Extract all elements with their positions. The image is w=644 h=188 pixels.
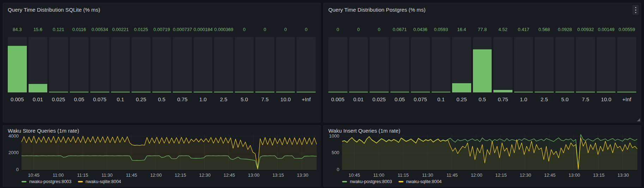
legend-item[interactable]: nwaku-postgres:8003 xyxy=(342,179,392,184)
bar-value-label: 0 xyxy=(255,27,274,32)
bar-column[interactable] xyxy=(555,37,575,92)
x-tick-label: 11:00 xyxy=(47,172,69,178)
x-tick-label: 10:45 xyxy=(343,172,366,178)
bar-fill xyxy=(194,92,213,92)
bar-fill xyxy=(235,92,254,92)
panel-query-time-sqlite: Query Time Distribution SQLite (% ms) 84… xyxy=(3,3,321,122)
bar-fill xyxy=(390,92,409,92)
bucket-label: 0.5 xyxy=(473,96,492,103)
bar-fill xyxy=(29,84,48,92)
x-tick-label: 12:00 xyxy=(465,172,488,178)
bar-column[interactable] xyxy=(390,37,409,92)
bucket-label: 0.25 xyxy=(452,96,471,103)
x-tick-label: 11:45 xyxy=(120,172,143,178)
bar-fill xyxy=(535,92,554,92)
bar-value-labels: 0000.06710.04360.059316.477.84.520.4170.… xyxy=(328,27,636,32)
bar-fill xyxy=(111,92,130,92)
legend-item[interactable]: nwaku-postgres:8003 xyxy=(22,179,72,184)
bar-column[interactable] xyxy=(29,37,48,92)
x-tick-label: 12:45 xyxy=(539,172,561,178)
bucket-label: 2.5 xyxy=(214,96,233,103)
bar-column[interactable] xyxy=(173,37,192,92)
y-tick-label: 2000 xyxy=(3,150,19,155)
bar-value-label: 0 xyxy=(370,27,389,32)
x-tick-label: 11:30 xyxy=(417,172,439,178)
x-tick-label: 10:45 xyxy=(23,172,45,178)
bucket-label: 5.0 xyxy=(555,96,575,103)
bar-value-label: 0.00149 xyxy=(597,27,616,32)
bar-column[interactable] xyxy=(297,37,316,92)
bar-value-label: 4.52 xyxy=(493,27,512,32)
bar-column[interactable] xyxy=(8,37,27,92)
bar-value-label: 0 xyxy=(328,27,347,32)
bar-column[interactable] xyxy=(49,37,68,92)
bar-column[interactable] xyxy=(514,37,533,92)
bar-value-label: 0.0671 xyxy=(390,27,409,32)
bucket-label: 0.01 xyxy=(349,96,368,103)
bar-fill xyxy=(214,92,233,92)
bar-value-label: 0.568 xyxy=(535,27,554,32)
y-tick-label: 0 xyxy=(324,167,339,172)
bucket-label: 0.025 xyxy=(49,96,68,103)
bar-column[interactable] xyxy=(90,37,109,92)
bar-column[interactable] xyxy=(152,37,171,92)
bar-column[interactable] xyxy=(617,37,636,92)
legend-series-label: nwaku-postgres:8003 xyxy=(29,179,72,184)
x-tick-label: 12:15 xyxy=(490,172,512,178)
bar-column[interactable] xyxy=(452,37,471,92)
bar-column[interactable] xyxy=(597,37,616,92)
bar-fill xyxy=(555,92,575,92)
bar-fill xyxy=(493,90,512,92)
bar-value-label: 0.0436 xyxy=(411,27,430,32)
bucket-label: 0.075 xyxy=(411,96,430,103)
bucket-label: 7.5 xyxy=(255,96,274,103)
bucket-labels: 0.0050.010.0250.050.0750.10.250.50.751.0… xyxy=(8,96,316,103)
legend-series-swatch xyxy=(78,181,83,182)
bucket-label: 0.075 xyxy=(90,96,109,103)
x-tick-label: 13:00 xyxy=(563,172,585,178)
bar-column[interactable] xyxy=(111,37,130,92)
x-tick-label: 13:00 xyxy=(242,172,265,178)
bar-column[interactable] xyxy=(349,37,368,92)
plot-area[interactable] xyxy=(342,134,637,170)
bar-value-label: 0.00221 xyxy=(111,27,130,32)
legend-series-swatch xyxy=(22,181,26,182)
bar-column[interactable] xyxy=(194,37,213,92)
bar-column[interactable] xyxy=(276,37,295,92)
x-tick-label: 13:30 xyxy=(291,172,314,178)
bar-fill xyxy=(49,92,68,92)
bucket-label: 10.0 xyxy=(597,96,616,103)
bar-fill xyxy=(370,92,389,92)
x-tick-label: 11:30 xyxy=(96,172,119,178)
bar-column[interactable] xyxy=(214,37,233,92)
bar-column[interactable] xyxy=(255,37,274,92)
bar-column[interactable] xyxy=(576,37,595,92)
legend-item[interactable]: nwaku-sqlite:8004 xyxy=(399,179,442,184)
bar-column[interactable] xyxy=(70,37,89,92)
bar-value-label: 0 xyxy=(297,27,316,32)
bar-column[interactable] xyxy=(235,37,254,92)
bar-column[interactable] xyxy=(370,37,389,92)
legend-series-swatch xyxy=(342,181,347,182)
bucket-label: 0.25 xyxy=(132,96,151,103)
bar-column[interactable] xyxy=(535,37,554,92)
bar-value-label: 0.00534 xyxy=(90,27,109,32)
bar-column[interactable] xyxy=(432,37,451,92)
bar-fill xyxy=(276,92,295,92)
bar-column[interactable] xyxy=(473,37,492,92)
bar-fill xyxy=(473,49,492,92)
bar-column[interactable] xyxy=(411,37,430,92)
bar-column[interactable] xyxy=(493,37,512,92)
bar-value-labels: 84.315.60.1210.01160.005340.002210.01250… xyxy=(8,27,316,32)
panel-query-time-postgres: Query Time Distribution Postgres (% ms) … xyxy=(323,3,641,122)
bucket-label: 0.005 xyxy=(328,96,347,103)
bar-value-label: 77.8 xyxy=(473,27,492,32)
bucket-labels: 0.0050.010.0250.050.0750.10.250.50.751.0… xyxy=(328,96,636,103)
plot-area[interactable] xyxy=(22,134,317,170)
bar-value-label: 16.4 xyxy=(452,27,471,32)
bar-column[interactable] xyxy=(132,37,151,92)
histogram-sqlite: 84.315.60.1210.01160.005340.002210.01250… xyxy=(8,3,316,122)
bar-column[interactable] xyxy=(328,37,347,92)
panel-resize-handle[interactable] xyxy=(637,118,640,121)
legend-item[interactable]: nwaku-sqlite:8004 xyxy=(78,179,121,184)
